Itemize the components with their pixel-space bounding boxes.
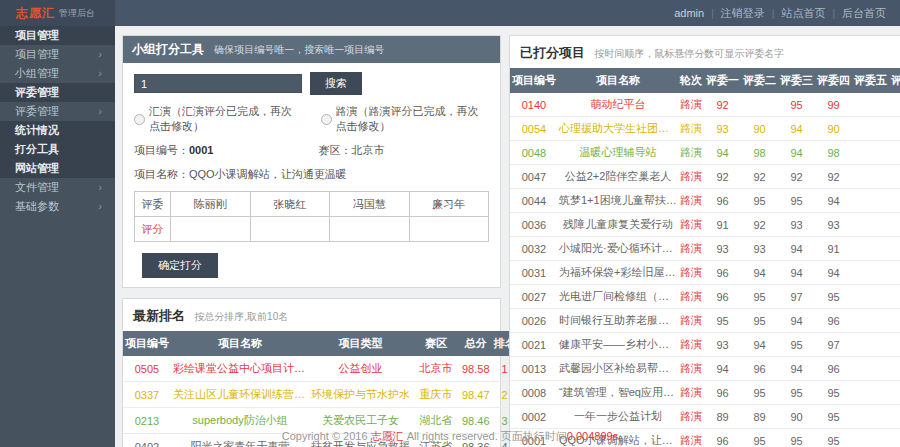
confirm-score-button[interactable]: 确定打分 (142, 253, 218, 278)
judge-score-cell-4[interactable]: 94 (815, 261, 852, 285)
judge-score-cell-6[interactable] (889, 117, 900, 141)
judge-score-cell-4[interactable]: 92 (815, 165, 852, 189)
judge-score-cell-1[interactable]: 96 (704, 285, 741, 309)
judge-score-cell-2[interactable]: 96 (741, 357, 778, 381)
judge-score-cell-5[interactable] (852, 357, 889, 381)
judge-score-cell-3[interactable]: 95 (778, 189, 815, 213)
logo[interactable]: 志愿汇 管理后台 (0, 0, 115, 26)
judge-score-cell-6[interactable] (889, 141, 900, 165)
judge-score-cell-3[interactable]: 92 (778, 165, 815, 189)
judge-score-cell-6[interactable] (889, 357, 900, 381)
judge-score-cell-6[interactable] (889, 261, 900, 285)
sidebar-item-网站管理[interactable]: 网站管理 (0, 159, 115, 178)
judge-score-cell-1[interactable]: 89 (704, 405, 741, 429)
judge-score-cell-2[interactable]: 95 (741, 285, 778, 309)
judge-score-cell-5[interactable] (852, 309, 889, 333)
topbar-link-注销登录[interactable]: 注销登录 (721, 6, 765, 21)
judge-score-cell-2[interactable]: 90 (741, 117, 778, 141)
judge-score-cell-3[interactable]: 94 (778, 261, 815, 285)
judge-score-cell-1[interactable]: 96 (704, 381, 741, 405)
judge-score-cell-2[interactable]: 93 (741, 237, 778, 261)
judge-score-cell-2[interactable] (741, 93, 778, 117)
judge-score-cell-6[interactable] (889, 381, 900, 405)
judge-score-cell-4[interactable]: 95 (815, 381, 852, 405)
project-search-input[interactable] (134, 74, 302, 93)
judge-score-cell-1[interactable]: 92 (704, 93, 741, 117)
judge-score-cell-1[interactable]: 96 (704, 189, 741, 213)
judge-score-cell-3[interactable]: 93 (778, 213, 815, 237)
sidebar-item-项目管理[interactable]: 项目管理› (0, 45, 115, 64)
judge-score-cell-6[interactable] (889, 213, 900, 237)
judge-score-cell-4[interactable]: 94 (815, 189, 852, 213)
judge-score-cell-3[interactable]: 95 (778, 93, 815, 117)
judge-score-cell-5[interactable] (852, 381, 889, 405)
judge-score-cell-1[interactable]: 93 (704, 333, 741, 357)
judge-score-cell-5[interactable] (852, 117, 889, 141)
footer-site-link[interactable]: 志愿汇 (371, 430, 404, 442)
judge-score-cell-5[interactable] (852, 333, 889, 357)
judge-score-cell-5[interactable] (852, 213, 889, 237)
judge-score-cell-3[interactable]: 90 (778, 405, 815, 429)
judge-score-cell-3[interactable]: 95 (778, 381, 815, 405)
judge-score-cell-5[interactable] (852, 93, 889, 117)
judge-score-cell-5[interactable] (852, 405, 889, 429)
judge-score-cell-1[interactable]: 91 (704, 213, 741, 237)
judge-score-cell-2[interactable]: 95 (741, 381, 778, 405)
judge-score-cell-2[interactable]: 92 (741, 165, 778, 189)
judge-score-cell-2[interactable]: 95 (741, 309, 778, 333)
judge-score-cell-1[interactable]: 94 (704, 141, 741, 165)
judge-score-cell-2[interactable]: 89 (741, 405, 778, 429)
score-input-cell[interactable] (171, 217, 251, 242)
judge-score-cell-2[interactable]: 95 (741, 189, 778, 213)
score-input-cell[interactable] (330, 217, 410, 242)
judge-score-cell-4[interactable]: 96 (815, 357, 852, 381)
judge-score-cell-4[interactable]: 96 (815, 309, 852, 333)
judge-score-cell-2[interactable]: 94 (741, 333, 778, 357)
judge-score-cell-3[interactable]: 97 (778, 285, 815, 309)
sidebar-item-评委管理[interactable]: 评委管理 (0, 83, 115, 102)
judge-score-cell-3[interactable]: 95 (778, 333, 815, 357)
sidebar-item-项目管理[interactable]: 项目管理 (0, 26, 115, 45)
judge-score-cell-4[interactable]: 97 (815, 333, 852, 357)
judge-score-cell-1[interactable]: 93 (704, 117, 741, 141)
judge-score-cell-1[interactable]: 93 (704, 237, 741, 261)
judge-score-cell-3[interactable]: 94 (778, 141, 815, 165)
topbar-link-后台首页[interactable]: 后台首页 (842, 6, 886, 21)
judge-score-cell-6[interactable] (889, 285, 900, 309)
judge-score-cell-5[interactable] (852, 141, 889, 165)
sidebar-item-统计情况[interactable]: 统计情况 (0, 121, 115, 140)
sidebar-item-基础参数[interactable]: 基础参数› (0, 197, 115, 216)
judge-score-cell-3[interactable]: 94 (778, 237, 815, 261)
judge-score-cell-5[interactable] (852, 285, 889, 309)
round-radio-2[interactable]: 路演（路演评分已完成，再次点击修改） (321, 104, 490, 134)
judge-score-cell-1[interactable]: 96 (704, 261, 741, 285)
judge-score-cell-5[interactable] (852, 165, 889, 189)
judge-score-cell-6[interactable] (889, 237, 900, 261)
sidebar-item-小组管理[interactable]: 小组管理› (0, 64, 115, 83)
judge-score-cell-6[interactable] (889, 405, 900, 429)
judge-score-cell-1[interactable]: 92 (704, 165, 741, 189)
sidebar-item-文件管理[interactable]: 文件管理› (0, 178, 115, 197)
sidebar-item-打分工具[interactable]: 打分工具 (0, 140, 115, 159)
score-input-cell[interactable] (250, 217, 330, 242)
round-radio-1[interactable]: 汇演（汇演评分已完成，再次点击修改） (134, 104, 303, 134)
judge-score-cell-6[interactable] (889, 189, 900, 213)
score-input-cell[interactable] (409, 217, 489, 242)
sidebar-item-评委管理[interactable]: 评委管理› (0, 102, 115, 121)
judge-score-cell-4[interactable]: 93 (815, 213, 852, 237)
judge-score-cell-1[interactable]: 95 (704, 309, 741, 333)
judge-score-cell-1[interactable]: 94 (704, 357, 741, 381)
judge-score-cell-6[interactable] (889, 93, 900, 117)
judge-score-cell-2[interactable]: 94 (741, 261, 778, 285)
judge-score-cell-4[interactable]: 91 (815, 237, 852, 261)
judge-score-cell-3[interactable]: 94 (778, 117, 815, 141)
judge-score-cell-4[interactable]: 90 (815, 117, 852, 141)
judge-score-cell-4[interactable]: 95 (815, 285, 852, 309)
judge-score-cell-6[interactable] (889, 165, 900, 189)
judge-score-cell-6[interactable] (889, 333, 900, 357)
judge-score-cell-2[interactable]: 98 (741, 141, 778, 165)
judge-score-cell-4[interactable]: 99 (815, 93, 852, 117)
judge-score-cell-5[interactable] (852, 237, 889, 261)
judge-score-cell-5[interactable] (852, 261, 889, 285)
judge-score-cell-6[interactable] (889, 309, 900, 333)
